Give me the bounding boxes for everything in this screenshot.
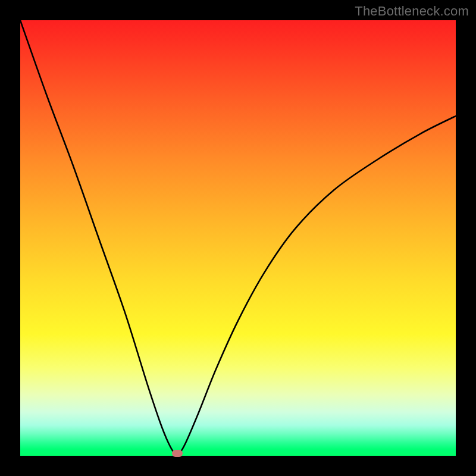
bottleneck-curve bbox=[20, 20, 456, 455]
curve-layer bbox=[20, 20, 456, 456]
chart-frame: TheBottleneck.com bbox=[0, 0, 476, 476]
plot-area bbox=[20, 20, 456, 456]
watermark-text: TheBottleneck.com bbox=[355, 4, 469, 19]
optimal-point-marker bbox=[172, 450, 183, 457]
